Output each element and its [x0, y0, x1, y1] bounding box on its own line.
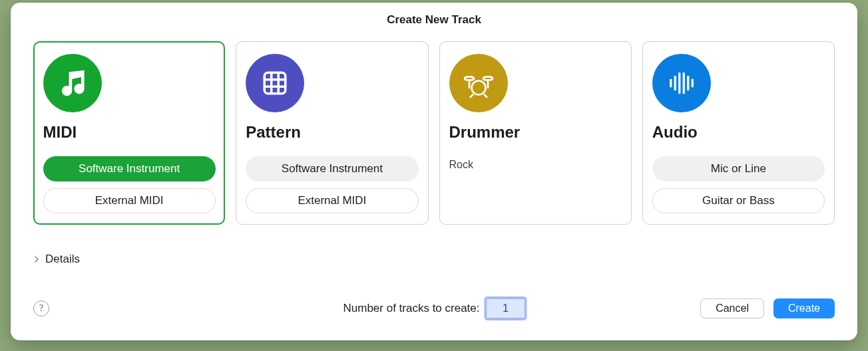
drummer-subtitle: Rock: [449, 159, 622, 171]
track-type-cards: MIDI Software Instrument External MIDI P…: [11, 32, 857, 229]
help-button[interactable]: ?: [33, 300, 49, 316]
svg-line-10: [470, 95, 473, 98]
card-audio[interactable]: Audio Mic or Line Guitar or Bass: [642, 41, 835, 225]
card-pattern[interactable]: Pattern Software Instrument External MID…: [236, 41, 428, 225]
drum-kit-icon: [449, 54, 508, 112]
card-midi-title: MIDI: [43, 123, 216, 142]
grid-icon: [246, 54, 304, 112]
create-button[interactable]: Create: [773, 298, 835, 318]
waveform-icon: [652, 54, 711, 112]
tracks-count-group: Number of tracks to create:: [343, 298, 525, 318]
pattern-software-instrument-button[interactable]: Software Instrument: [246, 156, 418, 181]
bottom-bar: ? Number of tracks to create: Cancel Cre…: [11, 292, 857, 340]
audio-mic-or-line-button[interactable]: Mic or Line: [652, 156, 825, 181]
svg-rect-0: [265, 72, 286, 94]
chevron-right-icon: [33, 256, 40, 263]
tracks-count-label: Number of tracks to create:: [343, 302, 479, 315]
cancel-button[interactable]: Cancel: [700, 298, 764, 318]
tracks-count-input[interactable]: [487, 298, 525, 318]
card-midi[interactable]: MIDI Software Instrument External MIDI: [33, 41, 225, 225]
audio-guitar-or-bass-button[interactable]: Guitar or Bass: [652, 188, 825, 213]
card-pattern-title: Pattern: [246, 123, 418, 142]
details-label: Details: [45, 253, 80, 266]
svg-line-11: [484, 95, 487, 98]
card-drummer-title: Drummer: [449, 123, 622, 142]
midi-external-midi-button[interactable]: External MIDI: [43, 188, 216, 213]
details-disclosure[interactable]: Details: [11, 229, 857, 266]
dialog-title: Create New Track: [11, 3, 857, 32]
pattern-external-midi-button[interactable]: External MIDI: [246, 188, 418, 213]
new-track-sheet: Create New Track MIDI Software Instrumen…: [11, 3, 857, 340]
music-note-icon: [43, 54, 102, 112]
svg-point-9: [471, 81, 485, 95]
card-audio-title: Audio: [652, 123, 825, 142]
card-drummer[interactable]: Drummer Rock: [439, 41, 632, 225]
midi-software-instrument-button[interactable]: Software Instrument: [43, 156, 216, 181]
